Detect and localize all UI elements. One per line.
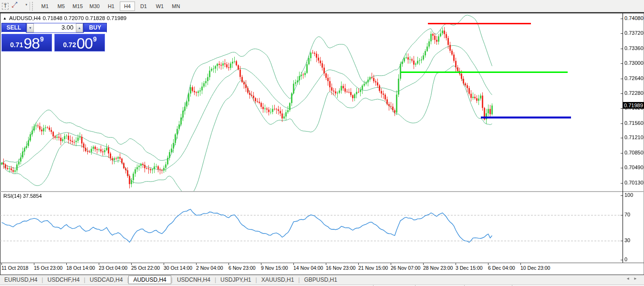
time-axis-label: 9 Nov 15:00: [261, 265, 288, 271]
timeframe-button-d1[interactable]: D1: [136, 1, 151, 11]
text-label-tool-button[interactable]: T: [0, 1, 10, 11]
timeframe-button-h1[interactable]: H1: [104, 1, 119, 11]
chart-title: ▲AUDUSD,H40.71848 0.72070 0.71828 0.7198…: [3, 15, 128, 21]
current-price-tag: 0.71989: [623, 102, 644, 109]
tab-xauusd-h1[interactable]: XAUUSD,H1: [257, 276, 299, 284]
price-axis-tick: [621, 108, 623, 109]
price-axis-tick: [621, 123, 623, 124]
volume-increase-icon[interactable]: ▲: [76, 23, 83, 32]
toolbar-grip[interactable]: [32, 2, 35, 10]
timeframe-group: M1M5M15M30H1H4D1W1MN: [37, 0, 184, 12]
time-axis-label: 3 Dec 15:00: [456, 265, 483, 271]
time-axis-tick: [99, 263, 99, 265]
time-axis-tick: [293, 263, 294, 265]
time-axis-tick: [520, 263, 521, 265]
buy-button[interactable]: BUY: [83, 23, 107, 33]
time-axis-label: 30 Oct 14:00: [164, 265, 192, 271]
dropdown-caret-icon: ▾: [26, 3, 28, 7]
chart-tab-bar: EURUSD,H4 | USDCHF,H4 | USDCAD,H4 | AUDU…: [0, 275, 644, 285]
price-axis-label: 0.74080: [624, 15, 644, 21]
price-axis-label: 0.70130: [624, 180, 644, 185]
price-axis-tick: [621, 93, 623, 94]
price-axis-label: 0.73360: [624, 45, 644, 51]
tab-gbpusd-h1[interactable]: GBPUSD,H1: [300, 276, 341, 284]
time-axis-tick: [423, 263, 424, 265]
chart-symbol: AUDUSD,H4: [9, 15, 41, 21]
sell-button[interactable]: SELL: [1, 23, 26, 33]
tab-usdjpy-h1[interactable]: USDJPY,H1: [216, 276, 255, 284]
time-axis-label: 25 Oct 22:00: [131, 265, 160, 271]
time-axis-tick: [358, 263, 359, 265]
time-axis-label: 11 Oct 2018: [1, 265, 28, 271]
volume-input[interactable]: 3.00: [34, 23, 76, 32]
tab-audusd-h4[interactable]: AUDUSD,H4: [128, 276, 171, 284]
mt5-window: T ↗ ↙ ▾ M1M5M15M30H1H4D1W1MN ▲AUDUSD,H40…: [0, 0, 644, 286]
price-axis-tick: [621, 49, 623, 49]
time-axis-tick: [131, 263, 132, 265]
ask-pipette: 9: [93, 35, 97, 43]
timeframe-button-m1[interactable]: M1: [37, 1, 52, 11]
time-axis-tick: [66, 263, 67, 265]
ask-price-box[interactable]: 0.72009: [54, 34, 105, 51]
price-axis-tick: [621, 79, 623, 79]
tab-usdcnh-h4[interactable]: USDCNH,H4: [173, 276, 215, 284]
timeframe-button-h4[interactable]: H4: [120, 1, 135, 11]
price-axis-label: 0.71210: [624, 134, 644, 140]
rsi-canvas[interactable]: [0, 192, 622, 263]
time-axis-label: 16 Nov 23:00: [326, 265, 355, 271]
price-axis-line: [623, 13, 623, 263]
rsi-axis-tick: [621, 260, 623, 260]
rsi-axis-label: 70: [624, 212, 630, 217]
time-axis-tick: [196, 263, 197, 265]
rsi-axis-label: 30: [624, 237, 630, 243]
tab-eurusd-h4[interactable]: EURUSD,H4: [0, 276, 42, 284]
objects-tool-button[interactable]: ↗ ↙ ▾: [11, 1, 26, 11]
time-axis-label: 15 Oct 23:00: [34, 265, 62, 271]
tabs-scroll-right-icon[interactable]: ►: [634, 276, 641, 281]
price-axis-label: 0.72640: [624, 75, 644, 81]
time-axis-tick: [326, 263, 326, 265]
time-axis-label: 26 Nov 07:00: [391, 265, 420, 271]
time-axis-tick: [391, 263, 391, 265]
price-axis-tick: [621, 168, 623, 168]
time-axis-label: 2 Nov 04:00: [196, 265, 223, 271]
symbol-marker-icon: ▲: [3, 16, 7, 20]
price-axis-tick: [621, 138, 623, 138]
time-axis-label: 18 Oct 14:00: [66, 265, 95, 271]
volume-decrease-icon[interactable]: ▼: [27, 23, 34, 32]
rsi-axis-tick: [621, 241, 623, 241]
time-axis-label: 23 Oct 04:00: [99, 265, 127, 271]
rsi-axis-label: 0: [624, 256, 627, 262]
price-axis-label: 0.70490: [624, 164, 644, 170]
price-axis-label: 0.72280: [624, 90, 644, 96]
bid-price-box[interactable]: 0.71989: [1, 34, 52, 51]
time-axis-label: 6 Dec 04:00: [488, 265, 515, 271]
tab-usdcad-h4[interactable]: USDCAD,H4: [85, 276, 127, 284]
tabs-scroll-left-icon[interactable]: ◄: [626, 276, 634, 281]
time-axis-tick: [164, 263, 164, 265]
time-axis-tick: [456, 263, 456, 265]
timeframe-button-m5[interactable]: M5: [53, 1, 69, 11]
one-click-trade-panel: SELL ▼ 3.00 ▲ BUY 0.71989 0.72009: [1, 23, 107, 51]
time-axis-label: 21 Nov 15:00: [358, 265, 388, 271]
text-label-icon: T: [2, 3, 9, 10]
ask-prefix: 0.72: [63, 41, 76, 49]
bid-prefix: 0.71: [10, 41, 23, 49]
timeframe-button-m15[interactable]: M15: [70, 1, 85, 11]
tab-usdchf-h4[interactable]: USDCHF,H4: [43, 276, 83, 284]
timeframe-button-m30[interactable]: M30: [87, 1, 103, 11]
rsi-axis-tick: [621, 215, 623, 215]
volume-spinner: ▼ 3.00 ▲: [26, 23, 83, 33]
bid-big-digits: 98: [23, 36, 40, 51]
timeframe-button-mn[interactable]: MN: [168, 1, 184, 11]
arrow-sw-icon: ↙: [11, 3, 15, 9]
bid-pipette: 9: [40, 35, 44, 43]
rsi-axis-label: 100: [624, 192, 633, 198]
time-axis-label: 28 Nov 23:00: [423, 265, 453, 271]
timeframe-button-w1[interactable]: W1: [152, 1, 167, 11]
rsi-axis-tick: [621, 195, 623, 196]
time-axis-tick: [1, 263, 2, 265]
time-axis-label: 14 Nov 04:00: [293, 265, 323, 271]
rsi-indicator-label: RSI(14) 37.5854: [3, 193, 42, 199]
time-axis-tick: [229, 263, 229, 265]
